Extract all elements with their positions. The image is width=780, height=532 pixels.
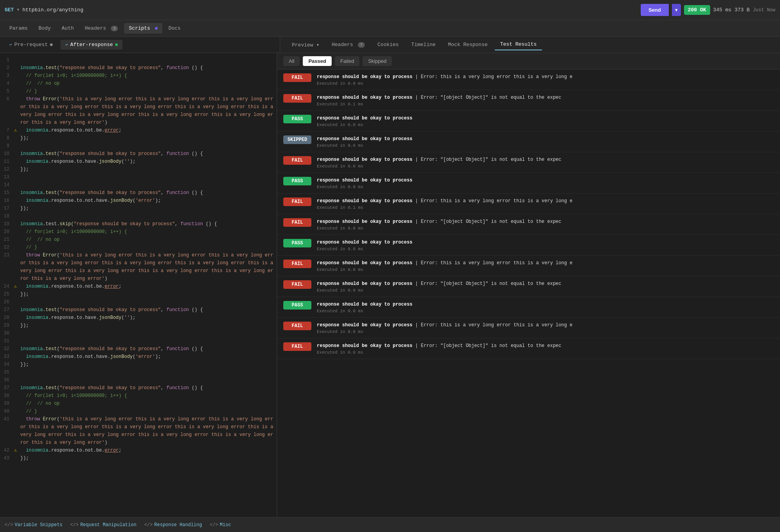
- code-line-15: 15 insomnia.test("response should be oka…: [0, 189, 277, 197]
- code-line-26: 26: [0, 298, 277, 306]
- script-tab-afterresponse[interactable]: ↩ After-response: [60, 40, 123, 50]
- tab-body[interactable]: Body: [34, 23, 55, 34]
- result-badge-12: FAIL: [283, 322, 311, 330]
- result-row-7: FAIL response should be okay to process …: [277, 214, 780, 235]
- afterresponse-icon: ↩: [65, 42, 68, 47]
- result-title-13: response should be okay to process | Err…: [317, 342, 774, 349]
- result-exec-9: Executed in 0.0 ms: [317, 267, 774, 272]
- result-exec-4: Executed in 0.0 ms: [317, 164, 774, 169]
- result-exec-11: Executed in 0.0 ms: [317, 309, 774, 313]
- result-exec-2: Executed in 0.0 ms: [317, 123, 774, 127]
- tab-scripts[interactable]: Scripts: [124, 23, 162, 34]
- filter-failed-button[interactable]: Failed: [335, 56, 359, 66]
- code-line-28: 28 insomnia.response.to.have.jsonBody(''…: [0, 314, 277, 322]
- rtab-mock-response[interactable]: Mock Response: [442, 39, 493, 50]
- code-line-29: 29 });: [0, 322, 277, 329]
- tab-auth[interactable]: Auth: [57, 23, 78, 34]
- rtab-headers[interactable]: Headers 7: [326, 39, 370, 50]
- filter-passed-button[interactable]: Passed: [303, 56, 332, 66]
- rtab-preview[interactable]: Preview ▾: [286, 39, 325, 50]
- url-display[interactable]: httpbin.org/anything: [22, 7, 638, 13]
- rtab-timeline[interactable]: Timeline: [406, 39, 441, 50]
- http-method[interactable]: GET: [5, 7, 14, 13]
- result-row-1: FAIL response should be okay to process …: [277, 90, 780, 111]
- rtab-test-results[interactable]: Test Results: [495, 39, 542, 50]
- status-badge: 200 OK: [684, 5, 710, 15]
- filter-all-button[interactable]: All: [283, 56, 300, 66]
- result-row-9: FAIL response should be okay to process …: [277, 256, 780, 276]
- code-line-24: 24 ⚠ insomnia.response.to.not.be.error;: [0, 283, 277, 290]
- send-button[interactable]: Send: [641, 4, 669, 16]
- code-line-34: 34 });: [0, 361, 277, 368]
- code-line-40: 40 // }: [0, 407, 277, 415]
- code-line-19: 19 insomnia.test.skip("response should b…: [0, 220, 277, 228]
- code-line-12: 12 });: [0, 165, 277, 173]
- timestamp: Just Now: [753, 7, 775, 13]
- result-title-3: response should be okay to process: [317, 135, 774, 142]
- result-title-11: response should be okay to process: [317, 301, 774, 308]
- result-info-7: response should be okay to process | Err…: [317, 218, 774, 231]
- tab-headers[interactable]: Headers 3: [80, 23, 123, 34]
- result-row-10: FAIL response should be okay to process …: [277, 276, 780, 297]
- code-line-43: 43 });: [0, 454, 277, 462]
- result-title-9: response should be okay to process | Err…: [317, 260, 774, 267]
- result-info-0: response should be okay to process | Err…: [317, 73, 774, 86]
- code-line-9: 9: [0, 142, 277, 150]
- result-info-12: response should be okay to process | Err…: [317, 322, 774, 334]
- method-dropdown-icon[interactable]: ▼: [17, 8, 19, 12]
- code-line-20: 20 // for(let i=0; i<1000000000; i++) {: [0, 228, 277, 236]
- result-info-11: response should be okay to process Execu…: [317, 301, 774, 313]
- result-badge-8: PASS: [283, 239, 311, 247]
- code-line-14: 14: [0, 181, 277, 189]
- result-exec-3: Executed in 0.0 ms: [317, 143, 774, 148]
- results-panel: All Passed Failed Skipped FAIL response …: [277, 53, 780, 517]
- scripts-active-dot: [155, 27, 158, 30]
- snippet-variable[interactable]: </> Variable Snippets: [5, 522, 62, 528]
- rtab-cookies[interactable]: Cookies: [372, 39, 404, 50]
- script-tab-prerequest[interactable]: ↩ Pre-request: [5, 40, 57, 50]
- code-line-42: 42 ⚠ insomnia.response.to.not.be.error;: [0, 447, 277, 454]
- code-line-21: 21 // // no op: [0, 236, 277, 244]
- result-row-5: PASS response should be okay to process …: [277, 173, 780, 194]
- code-editor[interactable]: 1 2 insomnia.test("response should be ok…: [0, 53, 277, 517]
- result-title-2: response should be okay to process: [317, 115, 774, 122]
- code-line-39: 39 // // no op: [0, 400, 277, 407]
- result-title-5: response should be okay to process: [317, 177, 774, 184]
- snippet-request[interactable]: </> Request Manipulation: [70, 522, 137, 528]
- result-row-12: FAIL response should be okay to process …: [277, 318, 780, 338]
- result-badge-6: FAIL: [283, 197, 311, 206]
- result-info-6: response should be okay to process | Err…: [317, 197, 774, 210]
- prerequest-icon: ↩: [9, 42, 12, 47]
- code-line-32: 32 insomnia.test("response should be oka…: [0, 345, 277, 353]
- result-info-3: response should be okay to process Execu…: [317, 135, 774, 148]
- snippets-bar: </> Variable Snippets </> Request Manipu…: [0, 517, 780, 532]
- result-title-8: response should be okay to process: [317, 239, 774, 246]
- code-line-1: 1: [0, 56, 277, 64]
- result-title-7: response should be okay to process | Err…: [317, 218, 774, 225]
- tab-params[interactable]: Params: [5, 23, 32, 34]
- snippet-response[interactable]: </> Response Handling: [144, 522, 202, 528]
- result-info-2: response should be okay to process Execu…: [317, 115, 774, 127]
- code-line-35: 35: [0, 368, 277, 376]
- result-info-13: response should be okay to process | Err…: [317, 342, 774, 355]
- result-badge-2: PASS: [283, 115, 311, 123]
- snippet-misc[interactable]: </> Misc: [210, 522, 231, 528]
- result-badge-13: FAIL: [283, 342, 311, 351]
- code-line-10: 10 insomnia.test("response should be oka…: [0, 150, 277, 158]
- code-line-30: 30: [0, 329, 277, 337]
- code-line-7: 7 ⚠ insomnia.response.to.not.be.error;: [0, 126, 277, 134]
- result-exec-7: Executed in 0.0 ms: [317, 226, 774, 231]
- send-dropdown-button[interactable]: ▾: [672, 4, 681, 16]
- code-line-8: 8 });: [0, 134, 277, 142]
- response-size: 373 B: [734, 7, 750, 13]
- result-exec-13: Executed in 0.0 ms: [317, 350, 774, 355]
- result-row-11: PASS response should be okay to process …: [277, 297, 780, 318]
- result-title-1: response should be okay to process | Err…: [317, 94, 774, 101]
- result-badge-11: PASS: [283, 301, 311, 310]
- code-line-5: 5 // }: [0, 87, 277, 95]
- code-line-2: 2 insomnia.test("response should be okay…: [0, 64, 277, 72]
- tab-docs[interactable]: Docs: [164, 23, 185, 34]
- result-row-8: PASS response should be okay to process …: [277, 235, 780, 256]
- filter-skipped-button[interactable]: Skipped: [362, 56, 392, 66]
- result-title-0: response should be okay to process | Err…: [317, 73, 774, 80]
